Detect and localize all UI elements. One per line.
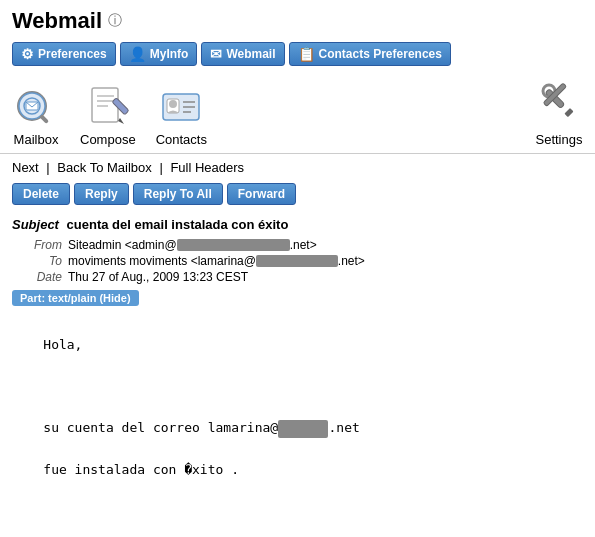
contacts-link[interactable]: Contacts (156, 82, 207, 147)
date-label: Date (22, 270, 62, 284)
svg-marker-10 (118, 118, 124, 124)
delete-button[interactable]: Delete (12, 183, 70, 205)
action-buttons: Delete Reply Reply To All Forward (0, 179, 595, 213)
svg-rect-20 (564, 108, 573, 117)
settings-icon (535, 75, 583, 132)
contacts-prefs-button[interactable]: 📋 Contacts Preferences (289, 42, 451, 66)
part-badge[interactable]: Part: text/plain (Hide) (12, 290, 583, 314)
top-nav: ⚙ Preferences 👤 MyInfo ✉ Webmail 📋 Conta… (0, 38, 595, 72)
contacts-prefs-icon: 📋 (298, 46, 315, 62)
to-value: moviments moviments <lamarina@██████████… (68, 254, 365, 268)
main-icon-bar: Mailbox Compose (0, 72, 595, 154)
svg-rect-5 (92, 88, 118, 122)
back-to-mailbox-link[interactable]: Back To Mailbox (57, 160, 151, 175)
contacts-label: Contacts (156, 132, 207, 147)
separator-1: | (46, 160, 53, 175)
email-subject-row: Subject cuenta del email instalada con é… (12, 217, 583, 232)
date-value: Thu 27 of Aug., 2009 13:23 CEST (68, 270, 248, 284)
forward-button[interactable]: Forward (227, 183, 296, 205)
from-email-blurred: ██████████████ (177, 239, 290, 251)
svg-rect-2 (39, 114, 49, 124)
email-content: Subject cuenta del email instalada con é… (0, 213, 595, 537)
body-email-blurred: ███████ (278, 420, 328, 438)
compose-icon (84, 82, 132, 130)
from-row: From Siteadmin <admin@██████████████.net… (22, 238, 583, 252)
from-label: From (22, 238, 62, 252)
compose-label: Compose (80, 132, 136, 147)
to-email-blurred: ██████████ (256, 255, 338, 267)
body-line-4: fue instalada con �xito . (43, 462, 239, 477)
preferences-button[interactable]: ⚙ Preferences (12, 42, 116, 66)
to-label: To (22, 254, 62, 268)
to-row: To moviments moviments <lamarina@███████… (22, 254, 583, 268)
from-value: Siteadmin <admin@██████████████.net> (68, 238, 317, 252)
svg-point-13 (169, 100, 177, 108)
breadcrumb: Next | Back To Mailbox | Full Headers (0, 154, 595, 179)
email-body: Hola, su cuenta del correo lamarina@████… (12, 314, 583, 537)
myinfo-label: MyInfo (150, 47, 189, 61)
contacts-icon (157, 82, 205, 130)
body-line-3b: .net (328, 420, 359, 435)
header: Webmail ⓘ (0, 0, 595, 38)
body-line-1: Hola, (43, 337, 82, 352)
info-icon: ⓘ (108, 12, 122, 30)
subject-value: cuenta del email instalada con éxito (67, 217, 289, 232)
full-headers-link[interactable]: Full Headers (170, 160, 244, 175)
mailbox-link[interactable]: Mailbox (12, 82, 60, 147)
myinfo-button[interactable]: 👤 MyInfo (120, 42, 198, 66)
email-meta: From Siteadmin <admin@██████████████.net… (22, 238, 583, 284)
contacts-prefs-label: Contacts Preferences (319, 47, 442, 61)
preferences-label: Preferences (38, 47, 107, 61)
next-link[interactable]: Next (12, 160, 39, 175)
app-title: Webmail (12, 8, 102, 34)
settings-link[interactable]: Settings (535, 75, 583, 147)
separator-2: | (159, 160, 166, 175)
mailbox-label: Mailbox (14, 132, 59, 147)
webmail-button[interactable]: ✉ Webmail (201, 42, 284, 66)
body-line-3a: su cuenta del correo lamarina@ (43, 420, 278, 435)
subject-label: Subject (12, 217, 59, 232)
webmail-icon: ✉ (210, 46, 222, 62)
settings-label: Settings (536, 132, 583, 147)
date-row: Date Thu 27 of Aug., 2009 13:23 CEST (22, 270, 583, 284)
reply-to-all-button[interactable]: Reply To All (133, 183, 223, 205)
preferences-icon: ⚙ (21, 46, 34, 62)
reply-button[interactable]: Reply (74, 183, 129, 205)
myinfo-icon: 👤 (129, 46, 146, 62)
webmail-label: Webmail (226, 47, 275, 61)
mailbox-icon (12, 82, 60, 130)
compose-link[interactable]: Compose (80, 82, 136, 147)
